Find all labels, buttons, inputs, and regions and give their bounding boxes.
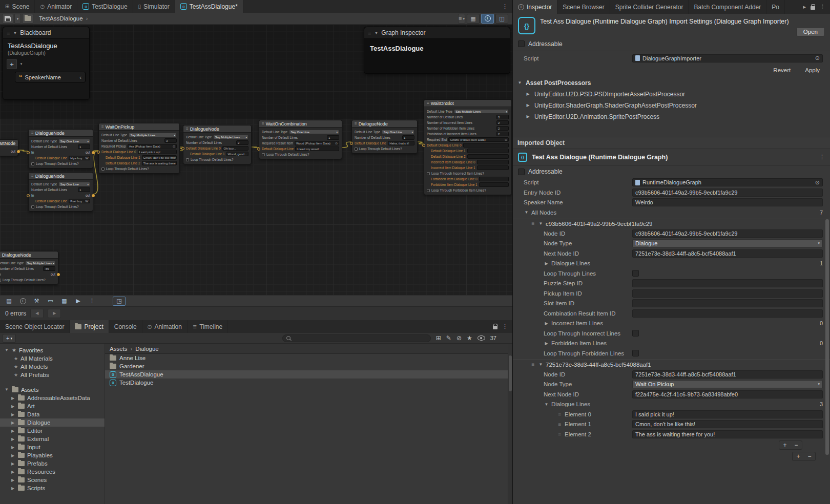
node-text-field[interactable]: The ass is waiting there f bbox=[142, 161, 177, 165]
open-button[interactable]: Open bbox=[796, 27, 825, 36]
input-port[interactable] bbox=[181, 147, 184, 150]
text-field[interactable] bbox=[632, 299, 823, 307]
postprocessor-unityeditor-shadergraph-shadergraphassetpostprocessor[interactable]: ▶UnityEditor.ShaderGraph.ShaderGraphAsse… bbox=[513, 100, 830, 111]
foldout-closed-icon[interactable]: ▶ bbox=[10, 478, 15, 482]
node-dropdown[interactable]: Say Multiple Lines▾ bbox=[25, 261, 55, 265]
node-text-field[interactable] bbox=[479, 177, 509, 181]
fold-forbidden-item-lines[interactable]: ▶Forbidden Item Lines0 bbox=[513, 339, 830, 349]
doc-tab-scene[interactable]: ⊞Scene bbox=[0, 0, 35, 13]
text-field[interactable]: Weirdo bbox=[632, 198, 823, 206]
chevron-left-icon[interactable]: ‹ bbox=[79, 74, 81, 80]
folder-playables[interactable]: ▶Playables bbox=[0, 451, 105, 459]
input-port[interactable] bbox=[422, 144, 425, 147]
node-dropdown[interactable]: Say One Line▾ bbox=[289, 130, 339, 134]
graph-breadcrumb[interactable]: TestAssDialogue › bbox=[34, 14, 92, 24]
favorites-filter-icon[interactable]: ★ bbox=[467, 335, 472, 341]
node-number-field[interactable]: 2 bbox=[496, 132, 509, 136]
folder-scenes[interactable]: ▶Scenes bbox=[0, 476, 105, 484]
node-dropdown[interactable]: Say One Line▾ bbox=[58, 139, 90, 143]
object-field[interactable]: RuntimeDialogueGraph⊙ bbox=[632, 178, 823, 186]
add-element-button[interactable]: + bbox=[779, 441, 791, 449]
foldout-closed-icon[interactable]: ▶ bbox=[10, 421, 15, 425]
output-port[interactable] bbox=[92, 151, 95, 154]
node-dropdown[interactable]: Say One Line▾ bbox=[58, 182, 90, 186]
node-checkbox[interactable] bbox=[262, 153, 265, 156]
object-picker-icon[interactable]: ⊙ bbox=[815, 55, 820, 61]
drag-handle-icon[interactable]: ≡ bbox=[557, 431, 563, 437]
foldout-open-icon[interactable]: ▼ bbox=[538, 362, 544, 367]
folder-external[interactable]: ▶External bbox=[0, 435, 105, 443]
bottom-tab-animation[interactable]: ◷Animation bbox=[142, 320, 188, 333]
foldout-open-icon[interactable]: ▼ bbox=[374, 31, 378, 35]
foldout-closed-icon[interactable]: ▶ bbox=[10, 461, 15, 466]
revert-button[interactable]: Revert bbox=[770, 66, 794, 74]
node-4-dialoguenode[interactable]: ≡DialogueNodeDefault Line TypeSay Multip… bbox=[183, 125, 252, 164]
foldout-open-icon[interactable]: ▼ bbox=[4, 387, 9, 392]
toggle-blackboard-button[interactable]: ◫ bbox=[495, 14, 508, 24]
node-number-field[interactable]: 3 bbox=[164, 138, 177, 143]
node-text-field[interactable] bbox=[477, 160, 509, 164]
output-port[interactable] bbox=[92, 194, 95, 197]
inspector-tab-batch-component-adder[interactable]: Batch Component Adder bbox=[689, 0, 766, 14]
fold-dialogue-lines[interactable]: ▶Dialogue Lines1 bbox=[513, 259, 830, 269]
text-field[interactable]: f22a475e-4c2f-41c6-9b73-6a83498abfe0 bbox=[632, 390, 823, 398]
dropdown[interactable]: Wait On Pickup▾ bbox=[632, 380, 823, 388]
doc-tab-simulator[interactable]: ▯Simulator bbox=[133, 0, 175, 13]
scrollbar-thumb[interactable] bbox=[509, 355, 512, 391]
caret-down-icon[interactable]: ▾ bbox=[18, 59, 25, 69]
input-port[interactable] bbox=[350, 142, 353, 145]
folder-input[interactable]: ▶Input bbox=[0, 443, 105, 451]
object-picker-icon[interactable]: ⊙ bbox=[335, 141, 338, 145]
object-picker-icon[interactable]: ⊙ bbox=[173, 144, 175, 148]
bottom-pane-menu-icon[interactable]: ⋮ bbox=[502, 324, 508, 329]
file-testassdialogue[interactable]: TestAssDialogue bbox=[105, 370, 512, 379]
object-picker-icon[interactable]: ⊙ bbox=[815, 179, 820, 186]
graph-inspector-panel[interactable]: ≡ ▼ Graph Inspector TestAssDialogue bbox=[364, 27, 510, 74]
node-text-field[interactable]: Cmon, don't be like this! bbox=[142, 155, 177, 160]
edge-2[interactable] bbox=[93, 151, 98, 194]
node-2-dialoguenode[interactable]: ≡DialogueNodeDefault Line TypeSay One Li… bbox=[28, 172, 93, 212]
node-text-field[interactable] bbox=[479, 182, 509, 187]
info-panel-button[interactable] bbox=[16, 297, 29, 306]
blackboard-panel[interactable]: ≡ ▼ Blackboard TestAssDialogue (Dialogue… bbox=[3, 27, 90, 100]
remove-element-button[interactable]: − bbox=[791, 441, 802, 449]
more-panel-button[interactable]: ⋮ bbox=[86, 297, 98, 306]
folder-scripts[interactable]: ▶Scripts bbox=[0, 484, 105, 492]
prev-error-button[interactable]: ◀ bbox=[30, 309, 44, 318]
favorite-all-models[interactable]: ★All Models bbox=[0, 363, 105, 371]
node-text-field[interactable] bbox=[463, 143, 509, 148]
postprocessor-unityeditor-u2d-psd-psdimporterassetpostprocessor[interactable]: ▶UnityEditor.U2D.PSD.PSDImporterAssetPos… bbox=[513, 89, 830, 100]
text-field[interactable] bbox=[632, 289, 823, 298]
inspector-scrollbar[interactable] bbox=[825, 14, 829, 504]
inspector-tab-inspector[interactable]: Inspector bbox=[513, 0, 557, 14]
node-number-field[interactable]: 1 bbox=[78, 144, 90, 149]
foldout-open-icon[interactable]: ▼ bbox=[13, 31, 17, 35]
inspector-tab-sprite-collider-generator[interactable]: Sprite Collider Generator bbox=[610, 0, 689, 14]
node-checkbox[interactable] bbox=[427, 189, 430, 192]
inspector-tab-scene-browser[interactable]: Scene Browser bbox=[557, 0, 610, 14]
foldout-closed-icon[interactable]: ▶ bbox=[10, 445, 15, 450]
doc-tab-animator[interactable]: ◷Animator bbox=[35, 0, 77, 13]
save-button[interactable] bbox=[2, 14, 13, 24]
node-8-dialoguenode[interactable]: ≡DialogueNodeDefault Line TypeSay Multip… bbox=[0, 251, 58, 285]
node-0-startnode[interactable]: ≡StartNodeout bbox=[0, 139, 18, 156]
node-object-field[interactable]: Wood (Pickup Item Data)⊙ bbox=[295, 141, 339, 145]
edit-icon[interactable]: ✎ bbox=[446, 335, 451, 341]
foldout-closed-icon[interactable]: ▶ bbox=[10, 437, 15, 442]
node-number-field[interactable]: 3 bbox=[496, 115, 509, 119]
input-port[interactable] bbox=[27, 194, 30, 197]
node-number-field[interactable]: 1 bbox=[327, 135, 339, 140]
project-search-input[interactable] bbox=[282, 334, 431, 342]
layers-button[interactable]: ≡ ▾ bbox=[458, 14, 465, 24]
add-element-button[interactable]: + bbox=[793, 452, 804, 460]
drag-handle-icon[interactable]: ≡ bbox=[557, 411, 563, 417]
breadcrumb-assets[interactable]: Assets bbox=[110, 346, 128, 352]
folder-resources[interactable]: ▶Resources bbox=[0, 468, 105, 476]
nodehead-c93b5606-401f-49a2-99b5-9ecbf1fa9c29[interactable]: ≡▼c93b5606-401f-49a2-99b5-9ecbf1fa9c29 bbox=[513, 219, 830, 229]
addressable-checkbox[interactable] bbox=[518, 169, 525, 175]
foldout-closed-icon[interactable]: ▶ bbox=[544, 321, 549, 326]
breadcrumb-dialogue[interactable]: Dialogue bbox=[135, 346, 158, 352]
node-checkbox[interactable] bbox=[101, 167, 105, 171]
node-checkbox[interactable] bbox=[31, 162, 34, 165]
remove-element-button[interactable]: − bbox=[804, 452, 815, 460]
